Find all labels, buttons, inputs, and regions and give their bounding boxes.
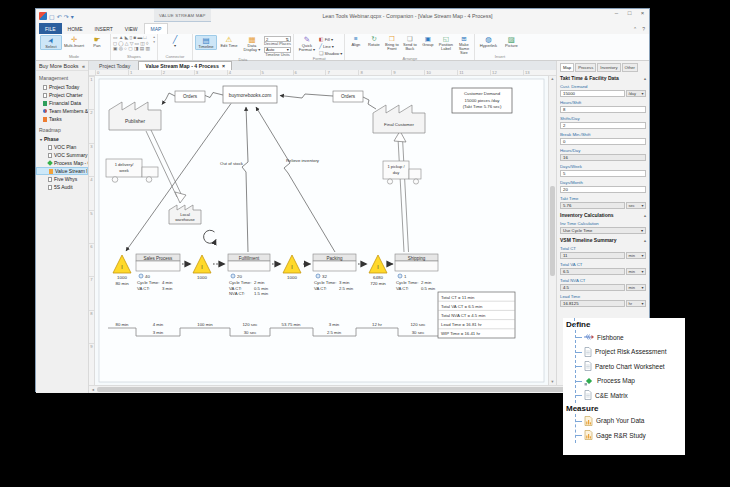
picture-button[interactable]: ▨ Picture xyxy=(500,35,522,48)
collapse-ribbon-icon[interactable]: ⌃ xyxy=(633,26,637,32)
tab-file[interactable]: FILE xyxy=(39,23,62,34)
shapes-row-3[interactable]: ▣◎○▢◨▤▥ xyxy=(113,46,151,52)
data-display-button[interactable]: ▦ Data Display ▾ xyxy=(241,35,263,53)
connector-dropdown-icon[interactable]: ▾ xyxy=(174,44,176,48)
tree-item-pareto-chart-worksheet[interactable]: Pareto Chart Worksheet xyxy=(576,359,685,374)
group-button[interactable]: ▣Group xyxy=(419,35,436,47)
tree-item-gage-rr-study[interactable]: Gage R&R Study xyxy=(576,428,685,443)
scroll-down-icon[interactable]: ▼ xyxy=(551,380,555,384)
collapse-section-icon[interactable]: ▴ xyxy=(644,213,646,218)
redo-icon[interactable]: ↷ xyxy=(64,13,69,20)
sidebar-item-project-charter[interactable]: Project Charter xyxy=(36,91,88,99)
sidebar-item-five-whys[interactable]: Five Whys xyxy=(36,175,88,183)
svg-text:1 delivery/: 1 delivery/ xyxy=(115,162,135,167)
tab-home[interactable]: HOME xyxy=(62,23,89,34)
cust-demand-input[interactable]: 15000 xyxy=(560,90,625,98)
orders-left-box[interactable]: Orders xyxy=(175,91,205,102)
doc-tab-project-today[interactable]: Project Today xyxy=(93,62,136,70)
save-icon[interactable]: ▢ xyxy=(49,13,55,20)
days-week-input[interactable]: 5 xyxy=(560,170,646,178)
shifts-day-input[interactable]: 2 xyxy=(560,122,646,130)
collapse-section-icon[interactable]: ▴ xyxy=(644,76,646,81)
sidebar-item-process-map-current[interactable]: Process Map - Current State xyxy=(36,159,88,167)
shapes-scroll-up-icon[interactable]: ▴ xyxy=(153,35,155,39)
tree-item-graph-your-data[interactable]: Graph Your Data xyxy=(576,414,685,429)
break-min-input[interactable]: 0 xyxy=(560,138,646,146)
sidebar-item-5s-audit[interactable]: 5S Audit xyxy=(36,183,88,191)
connector-button[interactable]: ╱ ▾ xyxy=(164,35,186,48)
align-button[interactable]: ≡Align xyxy=(347,35,364,47)
hours-shift-input[interactable]: 8 xyxy=(560,106,646,114)
maximize-button[interactable]: □ xyxy=(625,10,634,16)
orders-right-box[interactable]: Orders xyxy=(333,91,363,102)
tree-item-ce-matrix[interactable]: C&E Matrix xyxy=(576,388,685,403)
vertical-scrollbar[interactable]: ▲ ▼ xyxy=(548,76,556,385)
tree-item-process-map[interactable]: Process Map xyxy=(576,374,685,389)
total-va-ct-unit-select[interactable]: min▾ xyxy=(626,268,646,276)
vsm-canvas[interactable]: Out of stock Relieve inventory xyxy=(95,76,548,385)
shapes-palette[interactable]: ▭▲◣▯■▬□ ◻◯△▽▭◫◊ ▣◎○▢◨▤▥ xyxy=(113,35,151,52)
website-box[interactable]: buymorebooks.com xyxy=(223,86,277,103)
svg-text:I: I xyxy=(201,264,202,270)
expander-icon[interactable]: ▾ xyxy=(40,137,42,142)
panel-tab-inventory[interactable]: Inventory xyxy=(597,63,620,72)
collapse-section-icon[interactable]: ▴ xyxy=(644,238,646,243)
sidebar-item-project-today[interactable]: Project Today xyxy=(36,83,88,91)
total-nva-ct-unit-select[interactable]: min▾ xyxy=(626,284,646,292)
days-month-input[interactable]: 20 xyxy=(560,186,646,194)
hyperlink-button[interactable]: ◍ Hyperlink xyxy=(477,35,499,48)
panel-tab-map[interactable]: Map xyxy=(560,63,574,72)
sidebar-item-voc-summary[interactable]: VOC Summary xyxy=(36,151,88,159)
scroll-up-icon[interactable]: ▲ xyxy=(551,77,555,81)
tab-view[interactable]: VIEW xyxy=(119,23,144,34)
select-button[interactable]: ➤ Select xyxy=(40,35,62,50)
bring-to-front-button[interactable]: ❐Bring to Front xyxy=(383,35,400,51)
svg-text:Lead Time = 16.81 hr: Lead Time = 16.81 hr xyxy=(441,322,482,327)
shapes-scroll-down-icon[interactable]: ▾ xyxy=(153,40,155,44)
sidebar-item-financial-data[interactable]: Financial Data xyxy=(36,99,88,107)
tab-insert[interactable]: INSERT xyxy=(89,23,119,34)
close-button[interactable]: × xyxy=(638,10,647,16)
sidebar-item-tasks[interactable]: Tasks xyxy=(36,115,88,123)
scrollbar-thumb[interactable] xyxy=(97,387,641,392)
timeline-button[interactable]: ▤ Timeline xyxy=(195,35,217,50)
send-to-back-button[interactable]: ❏Send to Back xyxy=(401,35,418,51)
panel-tab-other[interactable]: Other xyxy=(622,63,638,72)
sidebar-item-team-members[interactable]: Team Members & Roles xyxy=(36,107,88,115)
pan-button[interactable]: ☛ Pan xyxy=(86,35,108,48)
doc-tab-value-stream-map[interactable]: Value Stream Map - 4 Process × xyxy=(138,61,232,70)
takt-time-unit-select[interactable]: sec▾ xyxy=(626,202,646,210)
inv-time-calculation-select[interactable]: Use Cycle Time▾ xyxy=(560,227,646,235)
sidebar-item-value-stream-map[interactable]: Value Stream Map - 4 Process xyxy=(36,167,88,175)
lead-time-unit-select[interactable]: hr▾ xyxy=(626,300,646,308)
sidebar-item-voc-plan[interactable]: VOC Plan xyxy=(36,143,88,151)
timeline-summary-box[interactable]: Total CT = 11 min Total VA CT = 6.5 min … xyxy=(438,292,515,338)
position-label-button[interactable]: ◱Position Label xyxy=(437,35,454,51)
undo-icon[interactable]: ↶ xyxy=(57,13,62,20)
make-same-size-button[interactable]: ⊞Make Same Size xyxy=(455,35,472,56)
tree-item-fishbone[interactable]: Fishbone xyxy=(576,330,685,345)
close-tab-icon[interactable]: × xyxy=(222,63,225,69)
svg-text:30 sec: 30 sec xyxy=(412,330,426,335)
rotate-button[interactable]: ↻Rotate xyxy=(365,35,382,47)
collapse-sidebar-icon[interactable]: « xyxy=(82,63,85,69)
minimize-button[interactable]: – xyxy=(612,10,621,16)
roadmap-phase[interactable]: ▾ Phase xyxy=(36,135,88,143)
qat-dropdown-icon[interactable]: ▾ xyxy=(71,13,74,20)
panel-tab-process[interactable]: Process xyxy=(575,63,596,72)
quick-format-button[interactable]: ✎ Quick Format ▾ xyxy=(296,35,318,53)
tree-item-project-risk-assessment[interactable]: Project Risk Assessment xyxy=(576,345,685,360)
scroll-left-icon[interactable]: ◄ xyxy=(91,388,95,392)
group-label-shapes: Shapes xyxy=(113,54,155,60)
cust-demand-unit-select[interactable]: /day▾ xyxy=(626,90,646,98)
tab-map[interactable]: MAP xyxy=(144,23,169,34)
edit-time-button[interactable]: ⚠ Edit Time xyxy=(218,35,240,48)
svg-text:day: day xyxy=(393,170,399,175)
line-button[interactable]: ╱ Line ▾ xyxy=(319,43,342,49)
fill-button[interactable]: ◧ Fill ▾ xyxy=(319,36,342,42)
customer-demand-note[interactable]: Customer Demand 15000 pieces /day (Takt … xyxy=(452,88,512,113)
scrollbar-thumb[interactable] xyxy=(550,186,555,276)
total-ct-unit-select[interactable]: min▾ xyxy=(626,252,646,260)
multi-insert-button[interactable]: ✛ Multi-Insert xyxy=(63,35,85,48)
help-icon[interactable]: ? xyxy=(642,26,645,32)
